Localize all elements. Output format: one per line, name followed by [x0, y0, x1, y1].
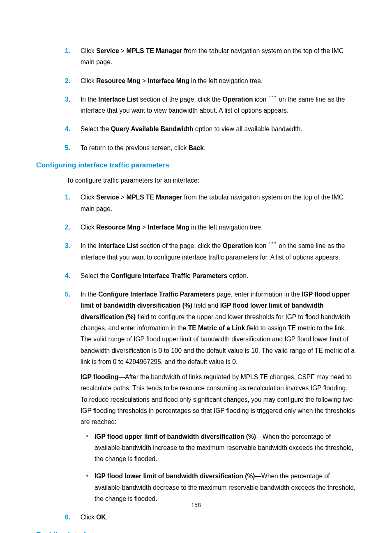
text-bold: Interface Mng [148, 224, 189, 231]
operation-icon: """ [268, 94, 277, 102]
list-item: 3.In the Interface List section of the p… [36, 240, 356, 263]
text: in the left navigation tree. [189, 77, 263, 84]
list-item: 3.In the Interface List section of the p… [36, 94, 356, 116]
text: . [204, 144, 205, 151]
text: Click [81, 47, 96, 54]
text: In the [81, 291, 98, 298]
heading-enabling: Enabling interfaces [36, 531, 356, 533]
bullet-item: IGP flood upper limit of bandwidth diver… [81, 431, 356, 465]
steps-list-2: 1.Click Service > MPLS TE Manager from t… [36, 192, 356, 523]
text-bold: Back [189, 144, 204, 151]
step-number: 3. [65, 240, 70, 251]
text: in the left navigation tree. [189, 224, 263, 231]
step-number: 1. [65, 192, 70, 203]
text-bold: Resource Mng [96, 77, 140, 84]
text: Click [81, 224, 96, 231]
text-bold: Configure Interface Traffic Parameters [111, 272, 227, 279]
text: > [141, 224, 148, 231]
text-bold: Interface List [98, 242, 138, 249]
bullet-icon [86, 435, 88, 437]
text-bold: Interface List [98, 96, 138, 103]
text: Click [81, 194, 96, 201]
list-item: 5.To return to the previous screen, clic… [36, 142, 356, 153]
text: icon [253, 96, 268, 103]
text-bold: Operation [223, 242, 253, 249]
igp-flooding-block: IGP flooding—After the bandwidth of link… [81, 371, 356, 427]
text-bold: Query Available Bandwidth [111, 125, 194, 132]
text-bold: Resource Mng [96, 224, 140, 231]
text: Select the [81, 125, 111, 132]
heading-configuring: Configuring interface traffic parameters [36, 161, 356, 169]
text-bold: Operation [223, 96, 253, 103]
bullet-icon [86, 475, 88, 477]
text: > [119, 194, 127, 201]
steps-list-1: 1.Click Service > MPLS TE Manager from t… [36, 45, 356, 153]
text-bold: OK [96, 514, 106, 521]
text: To return to the previous screen, click [81, 144, 189, 151]
list-item: 2.Click Resource Mng > Interface Mng in … [36, 222, 356, 233]
text: > [119, 47, 127, 54]
text: > [141, 77, 148, 84]
step-number: 2. [65, 75, 70, 86]
text-bold: MPLS TE Manager [126, 47, 182, 54]
step-number: 5. [65, 289, 70, 300]
step-number: 5. [65, 142, 70, 153]
text-bold: MPLS TE Manager [126, 194, 182, 201]
list-item: 4.Select the Configure Interface Traffic… [36, 270, 356, 281]
text: In the [81, 242, 98, 249]
text: icon [253, 242, 268, 249]
text: . [106, 514, 108, 521]
text: option to view all available bandwidth. [193, 125, 302, 132]
text: In the [81, 96, 98, 103]
bullet-item: IGP flood lower limit of bandwidth diver… [81, 470, 356, 504]
list-item: 1.Click Service > MPLS TE Manager from t… [36, 45, 356, 68]
text-bold: IGP flooding [81, 373, 118, 380]
text-bold: IGP flood upper limit of bandwidth diver… [95, 433, 256, 440]
text-bold: TE Metric of a Link [188, 324, 245, 331]
step-number: 4. [65, 123, 70, 134]
list-item: 4.Select the Query Available Bandwidth o… [36, 123, 356, 134]
step-number: 1. [65, 45, 70, 56]
step-number: 3. [65, 94, 70, 105]
intro-text: To configure traffic parameters for an i… [67, 175, 356, 186]
text: option. [227, 272, 248, 279]
text: section of the page, click the [138, 96, 222, 103]
page-number: 158 [0, 502, 392, 508]
text-bold: Service [96, 47, 119, 54]
bullet-list: IGP flood upper limit of bandwidth diver… [81, 431, 356, 505]
text: Click [81, 514, 96, 521]
document-page: 1.Click Service > MPLS TE Manager from t… [0, 0, 392, 533]
list-item: 6.Click OK. [36, 512, 356, 523]
text: page, enter information in the [215, 291, 302, 298]
text-bold: Interface Mng [148, 77, 189, 84]
text: Click [81, 77, 96, 84]
text-bold: IGP flood lower limit of bandwidth diver… [95, 473, 255, 480]
text: section of the page, click the [138, 242, 222, 249]
step-number: 4. [65, 270, 70, 281]
list-item: 2.Click Resource Mng > Interface Mng in … [36, 75, 356, 86]
text: —After the bandwidth of links regulated … [81, 373, 355, 425]
step-number: 2. [65, 222, 70, 233]
list-item: 5.In the Configure Interface Traffic Par… [36, 289, 356, 504]
text-bold: Configure Interface Traffic Parameters [98, 291, 214, 298]
text-bold: Service [96, 194, 119, 201]
text: Select the [81, 272, 111, 279]
text: field and [192, 302, 220, 309]
list-item: 1.Click Service > MPLS TE Manager from t… [36, 192, 356, 214]
operation-icon: """ [268, 241, 277, 248]
step-number: 6. [65, 512, 70, 523]
